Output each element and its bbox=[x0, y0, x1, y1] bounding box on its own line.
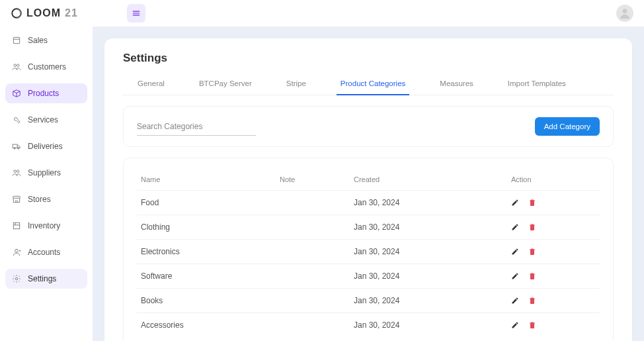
sidebar-item-label: Products bbox=[28, 89, 59, 98]
logo-icon bbox=[11, 7, 22, 19]
cell-note bbox=[276, 215, 350, 240]
cell-name: Software bbox=[137, 264, 276, 289]
products-icon bbox=[12, 89, 21, 98]
edit-icon[interactable] bbox=[511, 199, 519, 207]
sidebar-item-services[interactable]: Services bbox=[5, 110, 87, 130]
edit-icon[interactable] bbox=[511, 321, 519, 329]
svg-rect-17 bbox=[13, 222, 19, 228]
svg-rect-5 bbox=[13, 37, 19, 43]
delete-icon[interactable] bbox=[528, 248, 536, 256]
tab-product-categories[interactable]: Product Categories bbox=[337, 74, 409, 95]
tabs: GeneralBTCPay ServerStripeProduct Catego… bbox=[123, 74, 614, 95]
sidebar-item-label: Sales bbox=[28, 36, 48, 45]
sidebar-item-settings[interactable]: Settings bbox=[5, 269, 87, 289]
cell-name: Food bbox=[137, 191, 276, 215]
sidebar-item-label: Inventory bbox=[28, 221, 60, 230]
customers-icon bbox=[12, 62, 21, 72]
svg-point-12 bbox=[18, 148, 19, 149]
cell-note bbox=[276, 191, 350, 215]
th-note: Note bbox=[276, 169, 350, 191]
svg-point-20 bbox=[15, 249, 19, 252]
delete-icon[interactable] bbox=[528, 297, 536, 305]
accounts-icon bbox=[12, 248, 21, 257]
cell-name: Electronics bbox=[137, 240, 276, 264]
content: Settings GeneralBTCPay ServerStripeProdu… bbox=[93, 26, 644, 341]
cell-action bbox=[507, 240, 600, 264]
search-input[interactable] bbox=[137, 118, 256, 136]
table-row: Electronics Jan 30, 2024 bbox=[137, 240, 600, 264]
sidebar-item-label: Settings bbox=[28, 274, 56, 283]
th-name: Name bbox=[137, 169, 276, 191]
sales-icon bbox=[12, 36, 21, 45]
cell-name: Accessories bbox=[137, 313, 276, 338]
sidebar-item-sales[interactable]: Sales bbox=[5, 30, 87, 50]
th-action: Action bbox=[507, 169, 600, 191]
svg-point-7 bbox=[14, 64, 17, 67]
cell-note bbox=[276, 289, 350, 313]
edit-icon[interactable] bbox=[511, 223, 519, 231]
sidebar-item-suppliers[interactable]: Suppliers bbox=[5, 163, 87, 183]
svg-point-23 bbox=[15, 277, 18, 280]
table-row: Clothing Jan 30, 2024 bbox=[137, 215, 600, 240]
delete-icon[interactable] bbox=[528, 321, 536, 329]
user-icon bbox=[618, 7, 631, 20]
menu-toggle-button[interactable] bbox=[127, 4, 145, 23]
cell-created: Jan 30, 2024 bbox=[350, 215, 507, 240]
tab-import-templates[interactable]: Import Templates bbox=[504, 74, 570, 95]
table-row: Accessories Jan 30, 2024 bbox=[137, 313, 600, 338]
cell-action bbox=[507, 215, 600, 240]
delete-icon[interactable] bbox=[528, 272, 536, 280]
sidebar-item-customers[interactable]: Customers bbox=[5, 57, 87, 77]
sidebar-item-stores[interactable]: Stores bbox=[5, 189, 87, 209]
cell-action bbox=[507, 289, 600, 313]
tab-measures[interactable]: Measures bbox=[436, 74, 477, 95]
sidebar-item-inventory[interactable]: Inventory bbox=[5, 216, 87, 236]
delete-icon[interactable] bbox=[528, 199, 536, 207]
page-title: Settings bbox=[123, 52, 614, 65]
tab-general[interactable]: General bbox=[134, 74, 169, 95]
edit-icon[interactable] bbox=[511, 248, 519, 256]
brand-name: LOOM bbox=[26, 7, 61, 19]
edit-icon[interactable] bbox=[511, 297, 519, 305]
svg-point-14 bbox=[17, 170, 19, 173]
svg-point-4 bbox=[623, 9, 627, 13]
cell-action bbox=[507, 313, 600, 338]
brand-suffix: 21 bbox=[65, 7, 78, 19]
suppliers-icon bbox=[12, 168, 21, 177]
sidebar-item-label: Stores bbox=[28, 195, 51, 204]
cell-name: Books bbox=[137, 289, 276, 313]
sidebar-item-label: Customers bbox=[28, 62, 66, 72]
logo[interactable]: LOOM21 bbox=[11, 7, 78, 19]
sidebar: SalesCustomersProductsServicesDeliveries… bbox=[0, 26, 93, 341]
sidebar-item-deliveries[interactable]: Deliveries bbox=[5, 136, 87, 156]
cell-note bbox=[276, 240, 350, 264]
sidebar-item-label: Services bbox=[28, 115, 58, 124]
svg-point-11 bbox=[14, 148, 15, 149]
cell-note bbox=[276, 313, 350, 338]
avatar[interactable] bbox=[616, 5, 633, 22]
svg-point-13 bbox=[14, 170, 17, 173]
categories-table: Name Note Created Action Food Jan 30, 20… bbox=[137, 169, 600, 337]
sidebar-item-accounts[interactable]: Accounts bbox=[5, 242, 87, 262]
tab-btcpay-server[interactable]: BTCPay Server bbox=[195, 74, 256, 95]
menu-icon bbox=[132, 9, 141, 18]
add-category-button[interactable]: Add Category bbox=[535, 117, 600, 136]
sidebar-item-label: Deliveries bbox=[28, 142, 63, 151]
cell-action bbox=[507, 191, 600, 215]
cell-created: Jan 30, 2024 bbox=[350, 240, 507, 264]
settings-icon bbox=[12, 274, 21, 283]
cell-name: Clothing bbox=[137, 215, 276, 240]
svg-point-8 bbox=[17, 64, 19, 67]
cell-created: Jan 30, 2024 bbox=[350, 313, 507, 338]
sidebar-item-label: Suppliers bbox=[28, 168, 61, 177]
services-icon bbox=[12, 115, 21, 124]
delete-icon[interactable] bbox=[528, 223, 536, 231]
sidebar-item-products[interactable]: Products bbox=[5, 83, 87, 103]
cell-note bbox=[276, 264, 350, 289]
cell-created: Jan 30, 2024 bbox=[350, 264, 507, 289]
deliveries-icon bbox=[12, 142, 21, 151]
th-created: Created bbox=[350, 169, 507, 191]
table-row: Books Jan 30, 2024 bbox=[137, 289, 600, 313]
tab-stripe[interactable]: Stripe bbox=[282, 74, 310, 95]
edit-icon[interactable] bbox=[511, 272, 519, 280]
